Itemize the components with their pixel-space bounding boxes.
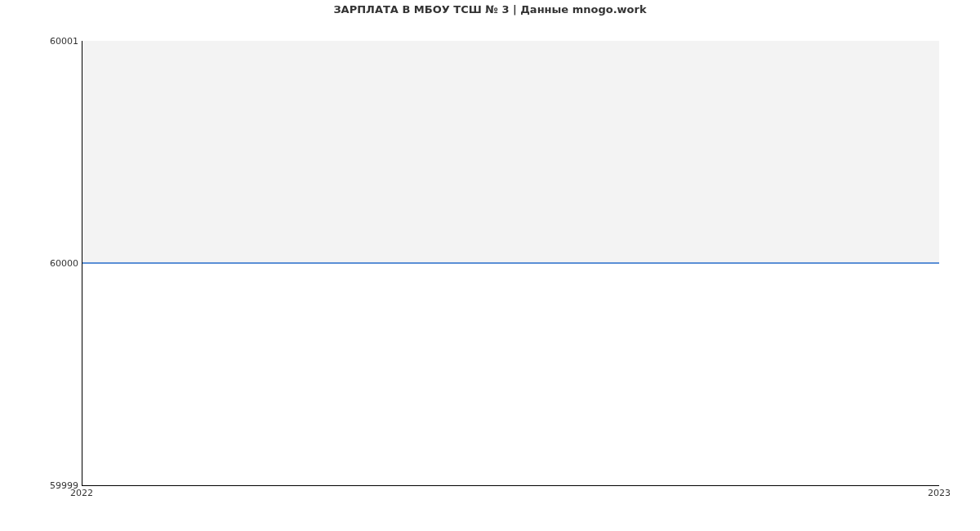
y-tick-60000: 60000 (38, 259, 78, 268)
series-line (82, 262, 939, 264)
plot-area (82, 41, 939, 486)
chart-title: ЗАРПЛАТА В МБОУ ТСШ № 3 | Данные mnogo.w… (0, 3, 980, 16)
salary-line-chart: ЗАРПЛАТА В МБОУ ТСШ № 3 | Данные mnogo.w… (0, 0, 980, 515)
x-tick-2023: 2023 (928, 489, 951, 498)
x-tick-2022: 2022 (70, 489, 93, 498)
y-tick-60001: 60001 (38, 37, 78, 46)
series-fill (82, 41, 939, 263)
